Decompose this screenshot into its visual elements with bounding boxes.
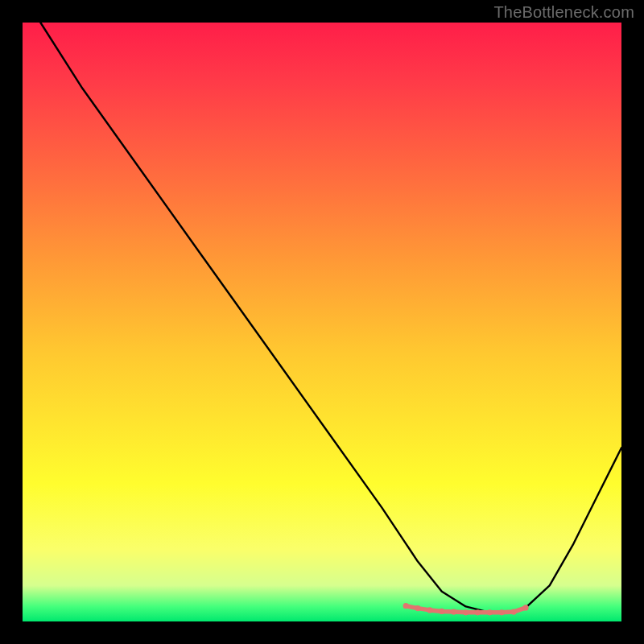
watermark-text: TheBottleneck.com <box>493 3 634 22</box>
sweet-spot-dot <box>522 605 528 610</box>
sweet-spot-dot <box>487 609 493 615</box>
sweet-spot-dot <box>403 603 409 609</box>
bottleneck-curve-path <box>23 0 621 613</box>
sweet-spot-dot <box>475 609 481 615</box>
curve-svg <box>23 23 621 621</box>
plot-area <box>23 23 621 621</box>
sweet-spot-dot <box>451 609 456 615</box>
sweet-spot-dot <box>427 607 432 613</box>
sweet-spot-group <box>403 603 529 615</box>
sweet-spot-dot <box>511 609 517 615</box>
sweet-spot-dot <box>439 609 444 614</box>
sweet-spot-dot <box>499 609 505 615</box>
chart-frame: TheBottleneck.com <box>0 0 644 644</box>
sweet-spot-dot <box>463 609 469 615</box>
sweet-spot-dot <box>415 605 420 611</box>
